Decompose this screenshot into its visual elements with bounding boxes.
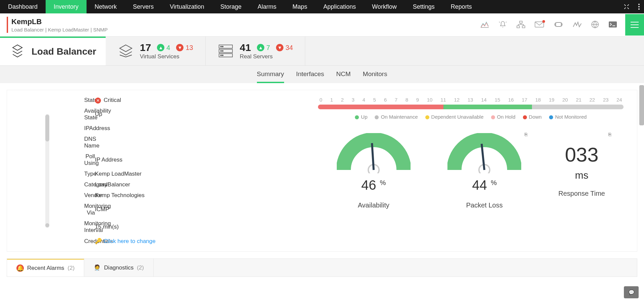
row-value: IP Address [95, 157, 305, 163]
chart-icon[interactable] [480, 21, 489, 29]
timeline-legend: Up On Maintenance Dependent Unavailable … [318, 114, 624, 120]
row-value: ✕Critical [95, 97, 305, 104]
globe-icon[interactable] [591, 20, 599, 29]
details-table: Status ✕Critical Availability State Up I… [10, 97, 305, 245]
svg-rect-4 [517, 26, 520, 28]
stats-row: Load Balancer 17 ▲4 ▼13 Virtual Services… [0, 37, 644, 66]
svg-point-1 [638, 6, 640, 7]
row-label: Availability State [84, 108, 95, 121]
diagnostics-icon: 🧑‍⚕️ [94, 264, 101, 271]
row-label: Credentials [84, 238, 95, 245]
nav-network[interactable]: Network [87, 0, 125, 13]
svg-rect-8 [609, 21, 617, 27]
mail-icon[interactable] [535, 21, 544, 29]
nav-workflow[interactable]: Workflow [364, 0, 405, 13]
device-title: KempLB [11, 17, 108, 26]
svg-rect-3 [520, 21, 522, 23]
critical-icon: ✕ [95, 98, 101, 104]
availability-timeline[interactable] [318, 105, 624, 109]
nav-inventory[interactable]: Inventory [46, 0, 87, 13]
svg-point-15 [222, 51, 223, 52]
summary-panel: Status ✕Critical Availability State Up I… [7, 90, 637, 252]
row-value: Up [95, 111, 305, 118]
real-label: Real Servers [240, 53, 293, 60]
nav-maps[interactable]: Maps [284, 0, 315, 13]
details-scrollbar[interactable] [10, 114, 84, 228]
svg-point-14 [220, 51, 221, 52]
page-scrollbar[interactable] [639, 85, 644, 125]
row-label: DNS Name [84, 136, 95, 149]
row-label: Monitoring Via [84, 203, 95, 216]
nav-servers[interactable]: Servers [125, 0, 162, 13]
status-stripe [7, 17, 8, 33]
tab-diagnostics[interactable]: 🧑‍⚕️ Diagnostics (2) [84, 259, 154, 277]
pulse-icon[interactable] [573, 21, 582, 29]
svg-point-0 [638, 4, 640, 5]
row-label: Status [84, 97, 95, 104]
collapse-icon[interactable] [619, 0, 634, 13]
topology-icon[interactable] [517, 21, 525, 29]
top-nav: Dashboard Inventory Network Servers Virt… [0, 0, 644, 13]
subtabs: Summary Interfaces NCM Monitors [0, 66, 644, 83]
credentials-link[interactable]: Click here to change [104, 238, 156, 244]
tab-interfaces[interactable]: Interfaces [296, 70, 324, 83]
nav-settings[interactable]: Settings [405, 0, 443, 13]
threshold-icon[interactable]: ⎘ [525, 132, 527, 137]
load-balancer-card[interactable]: Load Balancer [0, 37, 106, 65]
row-label: Vendor [84, 192, 95, 199]
loop-icon[interactable] [553, 21, 564, 28]
row-value: 🔑 Click here to change [95, 238, 305, 245]
nav-storage[interactable]: Storage [212, 0, 250, 13]
key-icon: 🔑 [95, 238, 102, 244]
device-header: KempLB Load Balancer | Kemp LoadMaster |… [0, 13, 644, 37]
nav-virtualization[interactable]: Virtualization [162, 0, 212, 13]
svg-rect-5 [522, 26, 525, 28]
layers-icon [118, 43, 134, 59]
row-value: Kemp LoadMaster [95, 171, 305, 177]
row-value: Kemp Technologies [95, 192, 305, 199]
row-value: LoadBalancer [95, 181, 305, 188]
row-label: IPAddress [84, 125, 95, 132]
virtual-label: Virtual Services [140, 53, 193, 60]
metrics-column: 0123456789101112131415161718192021222324… [305, 97, 624, 245]
tab-recent-alarms[interactable]: 🔔 Recent Alarms (2) [7, 259, 84, 277]
device-subtitle: Load Balancer | Kemp LoadMaster | SNMP [11, 27, 108, 33]
bell-icon[interactable] [498, 20, 507, 29]
hamburger-button[interactable] [625, 14, 644, 36]
nav-alarms[interactable]: Alarms [250, 0, 284, 13]
row-label: Poll Using [84, 153, 95, 167]
lb-title: Load Balancer [32, 46, 96, 57]
gauge-availability: 46 % Availability [337, 133, 411, 209]
virtual-count: 17 [140, 42, 151, 53]
nav-dashboard[interactable]: Dashboard [0, 0, 46, 13]
threshold-icon[interactable]: ⎘ [608, 132, 611, 137]
tab-ncm[interactable]: NCM [336, 70, 351, 83]
svg-point-12 [220, 46, 221, 47]
row-value: 15 min(s) [95, 224, 305, 230]
tab-summary[interactable]: Summary [257, 70, 284, 83]
terminal-icon[interactable] [608, 21, 617, 29]
svg-point-17 [222, 55, 223, 56]
gauge-response: ⎘ 033 ms Response Time [558, 133, 605, 209]
nav-reports[interactable]: Reports [443, 0, 480, 13]
servers-icon [218, 44, 234, 58]
row-label: Type [84, 171, 95, 177]
real-down: ▼34 [276, 44, 293, 52]
row-label: Category [84, 181, 95, 188]
alarm-icon: 🔔 [16, 264, 24, 272]
bottom-tabs: 🔔 Recent Alarms (2) 🧑‍⚕️ Diagnostics (2) [7, 258, 637, 277]
row-label: Monitoring Interval [84, 220, 95, 234]
load-balancer-icon [9, 44, 25, 60]
svg-point-2 [638, 8, 640, 10]
real-servers-card[interactable]: 41 ▲7 ▼34 Real Servers [206, 37, 306, 65]
virtual-up: ▲4 [157, 44, 170, 52]
tab-monitors[interactable]: Monitors [363, 70, 387, 83]
svg-point-16 [220, 55, 221, 56]
virtual-services-card[interactable]: 17 ▲4 ▼13 Virtual Services [106, 37, 206, 65]
real-count: 41 [240, 42, 251, 53]
nav-applications[interactable]: Applications [315, 0, 364, 13]
kebab-icon[interactable] [634, 0, 644, 13]
gauge-packetloss: ⎘ 44 % Packet Loss [447, 133, 521, 209]
real-up: ▲7 [257, 44, 270, 52]
svg-point-13 [222, 46, 223, 47]
